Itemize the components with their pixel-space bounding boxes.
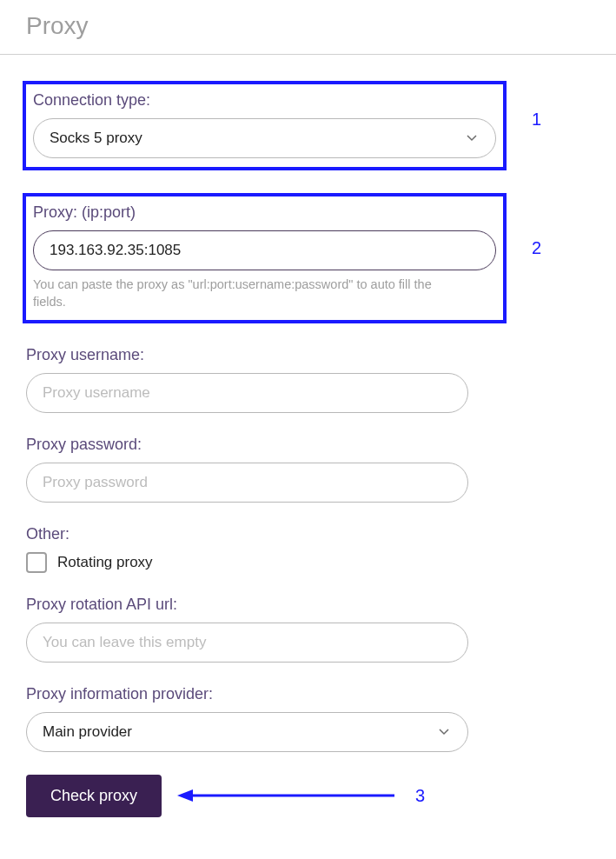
proxy-form: Connection type: Socks 5 proxy 1 Proxy: … <box>0 55 616 835</box>
connection-type-label: Connection type: <box>33 91 496 110</box>
proxy-username-group: Proxy username: <box>26 346 468 413</box>
proxy-username-label: Proxy username: <box>26 346 468 364</box>
arrow-left-icon <box>177 787 394 804</box>
annotation-2: 2 <box>532 238 541 258</box>
connection-type-value: Socks 5 proxy <box>50 130 142 147</box>
provider-value: Main provider <box>43 723 132 741</box>
proxy-address-hint: You can paste the proxy as "url:port:use… <box>33 276 450 311</box>
rotation-url-label: Proxy rotation API url: <box>26 596 468 614</box>
proxy-username-input[interactable] <box>26 373 468 413</box>
other-group: Other: Rotating proxy <box>26 525 468 573</box>
proxy-address-group: Proxy: (ip:port) You can paste the proxy… <box>23 193 507 323</box>
provider-select[interactable]: Main provider <box>26 712 468 752</box>
connection-type-select[interactable]: Socks 5 proxy <box>33 118 496 158</box>
provider-group: Proxy information provider: Main provide… <box>26 685 468 752</box>
page-title: Proxy <box>26 12 590 40</box>
provider-label: Proxy information provider: <box>26 685 468 703</box>
rotation-url-input[interactable] <box>26 623 468 663</box>
annotation-1: 1 <box>532 109 541 129</box>
page-header: Proxy <box>0 0 616 55</box>
rotation-url-group: Proxy rotation API url: <box>26 596 468 663</box>
proxy-password-input[interactable] <box>26 463 468 503</box>
other-label: Other: <box>26 525 468 543</box>
rotating-proxy-label: Rotating proxy <box>57 554 153 571</box>
actions-row: Check proxy 3 <box>26 775 590 817</box>
proxy-password-group: Proxy password: <box>26 436 468 503</box>
svg-marker-1 <box>177 789 193 802</box>
check-proxy-button[interactable]: Check proxy <box>26 775 162 817</box>
connection-type-group: Connection type: Socks 5 proxy 1 <box>23 81 507 170</box>
proxy-password-label: Proxy password: <box>26 436 468 454</box>
proxy-address-label: Proxy: (ip:port) <box>33 203 496 222</box>
annotation-3: 3 <box>415 786 425 806</box>
rotating-proxy-checkbox[interactable] <box>26 552 47 573</box>
proxy-address-input[interactable] <box>33 230 496 270</box>
